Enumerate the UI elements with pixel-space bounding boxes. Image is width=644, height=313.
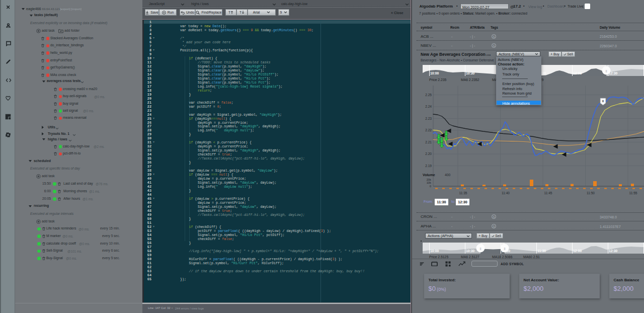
svg-text:10:30: 10:30 <box>466 249 475 253</box>
svg-text:12:30: 12:30 <box>609 249 618 253</box>
svg-text:10:00: 10:00 <box>430 249 439 253</box>
svg-text:11:30: 11:30 <box>537 249 546 253</box>
svg-text:||: || <box>479 247 481 250</box>
svg-text:12:00: 12:00 <box>573 71 582 75</box>
svg-text:12:00: 12:00 <box>573 249 582 253</box>
svg-text:||: || <box>504 247 506 250</box>
svg-text:x: x <box>602 99 604 103</box>
svg-text:10:00: 10:00 <box>430 71 439 75</box>
svg-text:10:30: 10:30 <box>466 71 475 75</box>
svg-text:||: || <box>605 69 607 72</box>
